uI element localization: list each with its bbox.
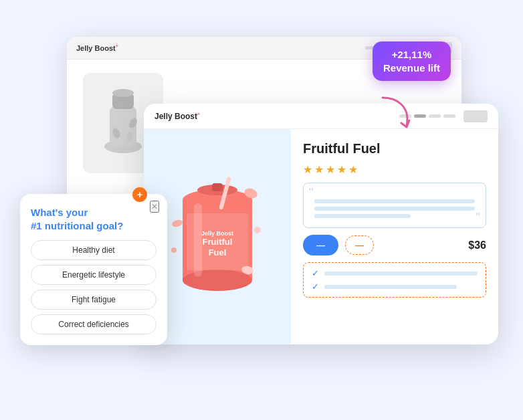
arrow-icon xyxy=(376,92,416,132)
check-line-1 xyxy=(324,272,478,276)
quote-line-2 xyxy=(314,207,475,211)
brand-front: Jelly Boost+ xyxy=(154,112,200,121)
quiz-popup: + ✕ What's your #1 nutritional goal? Hea… xyxy=(20,194,167,345)
quote-line-1 xyxy=(314,199,475,203)
front-bar: Jelly Boost+ xyxy=(144,104,498,129)
check-icon-1: ✓ xyxy=(312,268,319,278)
quote-open-icon: " xyxy=(309,186,313,200)
svg-text:Jelly Boost: Jelly Boost xyxy=(201,230,233,237)
revenue-line1: +21,11% xyxy=(383,48,440,62)
add-to-cart-button[interactable]: — xyxy=(303,235,338,255)
purchase-row: — — $36 xyxy=(303,235,486,255)
revenue-badge: +21,11% Revenue lift xyxy=(373,41,451,81)
brand-back: Jelly Boost+ xyxy=(76,43,118,52)
check-row-2: ✓ xyxy=(312,282,478,292)
quiz-options-list: Healthy diet Energetic lifestyle Fight f… xyxy=(31,240,156,334)
quantity-button[interactable]: — xyxy=(345,235,374,255)
check-row-1: ✓ xyxy=(312,268,478,278)
fstar1: ★ xyxy=(303,163,312,176)
review-quote-box: " " xyxy=(303,183,486,228)
quote-line-3 xyxy=(314,214,411,218)
price-label: $36 xyxy=(468,239,486,251)
fdot3 xyxy=(429,114,441,118)
svg-point-3 xyxy=(112,89,134,97)
svg-point-9 xyxy=(183,270,252,291)
quiz-plus-icon: + xyxy=(132,187,147,202)
fstar3: ★ xyxy=(326,163,335,176)
quiz-option-1[interactable]: Energetic lifestyle xyxy=(31,265,156,285)
front-stars: ★ ★ ★ ★ ★ xyxy=(303,163,486,176)
product-title-front: Fruitful Fuel xyxy=(303,141,486,156)
svg-text:Fuel: Fuel xyxy=(209,247,227,257)
front-content: Jelly Boost Fruitful Fuel Fruitful Fuel … xyxy=(144,129,498,344)
fdot4 xyxy=(443,114,455,118)
quiz-option-2[interactable]: Fight fatigue xyxy=(31,290,156,310)
browser-window-front: Jelly Boost+ Jelly Boost Fruit xyxy=(144,104,498,344)
product-detail-panel: Fruitful Fuel ★ ★ ★ ★ ★ " " — — $3 xyxy=(291,129,498,344)
checklist-box: ✓ ✓ xyxy=(303,262,486,298)
quiz-header-highlight: #1 nutritional goal? xyxy=(31,220,123,231)
svg-text:Fruitful: Fruitful xyxy=(203,237,233,247)
quiz-option-3[interactable]: Correct deficiencies xyxy=(31,314,156,334)
bar-button-front xyxy=(463,110,488,122)
revenue-line2: Revenue lift xyxy=(383,62,440,75)
quiz-option-0[interactable]: Healthy diet xyxy=(31,240,156,260)
quote-lines xyxy=(314,199,475,218)
quote-close-icon: " xyxy=(476,211,480,225)
fstar5: ★ xyxy=(348,163,358,176)
svg-rect-16 xyxy=(212,183,223,191)
fstar4: ★ xyxy=(337,163,346,176)
quiz-header: What's your #1 nutritional goal? xyxy=(31,206,156,232)
check-icon-2: ✓ xyxy=(312,282,319,292)
product-can-svg: Jelly Boost Fruitful Fuel xyxy=(164,163,271,310)
check-line-2 xyxy=(324,285,457,289)
quiz-header-plain: What's your xyxy=(31,207,88,218)
quiz-close-button[interactable]: ✕ xyxy=(150,201,159,213)
fstar2: ★ xyxy=(314,163,324,176)
svg-point-19 xyxy=(254,227,261,233)
svg-point-20 xyxy=(171,247,177,253)
svg-point-18 xyxy=(171,219,183,228)
